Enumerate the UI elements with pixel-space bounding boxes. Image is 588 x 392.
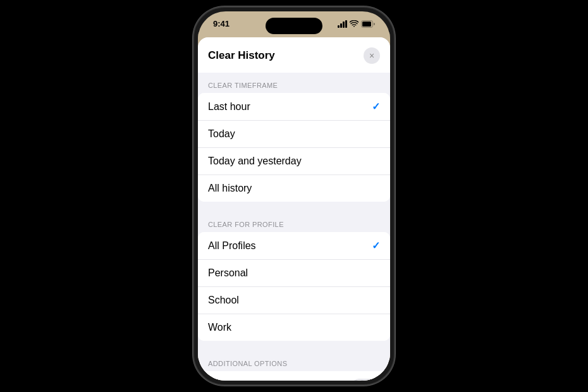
profile-school-label: School [208,295,239,306]
modal-content[interactable]: CLEAR TIMEFRAME Last hour ✓ Today Today … [198,73,390,381]
modal: Clear History × CLEAR TIMEFRAME Last hou… [198,37,390,381]
timeframe-section: CLEAR TIMEFRAME Last hour ✓ Today Today … [198,73,390,202]
status-icons [338,20,375,28]
status-bar: 9:41 [198,11,390,32]
additional-section: ADDITIONAL OPTIONS Close All Tabs [198,351,390,381]
battery-icon [361,20,375,28]
timeframe-all-history-label: All history [208,183,252,194]
modal-header: Clear History × [198,37,390,73]
profile-section: CLEAR FOR PROFILE All Profiles ✓ Persona… [198,212,390,341]
profile-all-profiles[interactable]: All Profiles ✓ [198,232,390,260]
timeframe-last-hour[interactable]: Last hour ✓ [198,93,390,121]
status-time: 9:41 [213,19,230,28]
toggle-thumb [352,380,366,381]
screen: 9:41 [198,11,390,381]
profile-all-profiles-label: All Profiles [208,240,256,252]
profile-all-profiles-check: ✓ [372,240,380,252]
profile-work[interactable]: Work [198,314,390,341]
additional-list: Close All Tabs [198,371,390,381]
signal-icon [338,20,347,28]
svg-rect-1 [362,21,371,27]
dynamic-island [266,18,322,34]
timeframe-last-hour-label: Last hour [208,101,250,113]
close-button[interactable]: × [364,47,380,64]
timeframe-list: Last hour ✓ Today Today and yesterday Al… [198,93,390,202]
timeframe-section-header: CLEAR TIMEFRAME [198,73,390,93]
timeframe-today-yesterday-label: Today and yesterday [208,156,302,167]
additional-section-header: ADDITIONAL OPTIONS [198,351,390,371]
timeframe-today-yesterday[interactable]: Today and yesterday [198,148,390,175]
timeframe-today-label: Today [208,128,235,140]
close-all-tabs-item: Close All Tabs [198,371,390,381]
profile-work-label: Work [208,322,231,333]
profile-school[interactable]: School [198,287,390,314]
profile-personal[interactable]: Personal [198,260,390,287]
profile-list: All Profiles ✓ Personal School Work [198,232,390,341]
phone-frame: 9:41 [193,6,395,386]
close-all-tabs-toggle[interactable] [351,379,380,381]
timeframe-last-hour-check: ✓ [372,101,380,113]
profile-personal-label: Personal [208,267,248,279]
timeframe-all-history[interactable]: All history [198,175,390,202]
wifi-icon [350,20,358,28]
modal-title: Clear History [208,49,275,62]
profile-section-header: CLEAR FOR PROFILE [198,212,390,232]
modal-area: Clear History × CLEAR TIMEFRAME Last hou… [198,32,390,381]
timeframe-today[interactable]: Today [198,121,390,148]
